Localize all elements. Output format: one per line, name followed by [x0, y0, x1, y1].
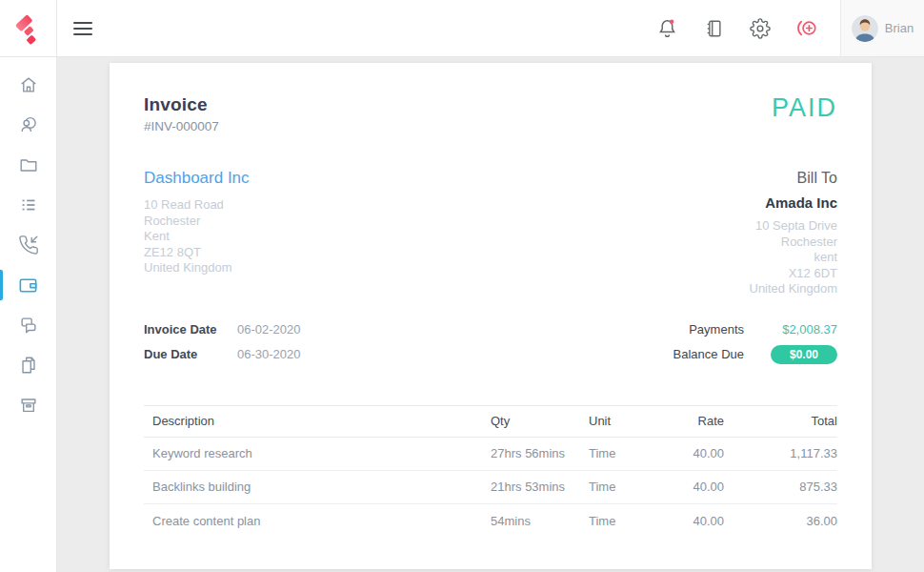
- status-badge: PAID: [772, 93, 837, 122]
- company-address: 10 Read Road Rochester Kent ZE12 8QT Uni…: [144, 197, 250, 276]
- bill-to-label: Bill To: [750, 167, 838, 190]
- balance-due-label: Balance Due: [673, 347, 744, 361]
- notifications-button[interactable]: [651, 12, 683, 45]
- chat-icon: [18, 315, 39, 336]
- main-content: Invoice #INV-000007 PAID Dashboard Inc 1…: [57, 57, 924, 572]
- user-photo-icon: [852, 15, 878, 42]
- col-header-qty: Qty: [491, 414, 589, 428]
- sidebar-item-documents[interactable]: [0, 345, 56, 385]
- home-icon: [18, 74, 39, 95]
- invoice-date-value: 06-02-2020: [237, 322, 301, 337]
- archive-icon: [18, 395, 39, 416]
- address-line: X12 6DT: [750, 266, 838, 282]
- company-block: Dashboard Inc 10 Read Road Rochester Ken…: [144, 167, 250, 297]
- col-header-rate: Rate: [657, 414, 724, 428]
- dates-block: Invoice Date 06-02-2020 Due Date 06-30-2…: [144, 320, 301, 364]
- documents-icon: [18, 355, 39, 376]
- bell-icon: [656, 17, 678, 39]
- sidebar-item-tasks[interactable]: [0, 185, 56, 225]
- cell-unit: Time: [589, 480, 657, 494]
- invoice-card: Invoice #INV-000007 PAID Dashboard Inc 1…: [110, 63, 872, 569]
- list-icon: [18, 194, 39, 215]
- cell-unit: Time: [589, 514, 657, 528]
- sidebar-item-contacts[interactable]: [0, 105, 56, 145]
- bill-to-name: Amada Inc: [750, 194, 838, 213]
- table-row: Create content plan 54mins Time 40.00 36…: [144, 504, 837, 538]
- brand-logo-icon: [8, 8, 48, 48]
- balance-due-badge: $0.00: [771, 345, 837, 364]
- address-line: Rochester: [750, 235, 838, 251]
- cell-total: 36.00: [724, 514, 837, 528]
- app-logo[interactable]: [0, 0, 57, 56]
- sidebar-nav: [0, 57, 57, 572]
- address-line: Rochester: [144, 214, 250, 230]
- cell-qty: 21hrs 53mins: [491, 480, 589, 494]
- sidebar-item-home[interactable]: [0, 65, 56, 105]
- top-bar-main: [57, 0, 840, 56]
- table-row: Keyword research 27hrs 56mins Time 40.00…: [144, 438, 837, 471]
- user-menu[interactable]: Brian: [840, 0, 924, 56]
- line-items-table: Description Qty Unit Rate Total Keyword …: [144, 405, 837, 538]
- address-line: United Kingdom: [144, 260, 250, 276]
- settings-button[interactable]: [744, 12, 776, 45]
- col-header-description: Description: [144, 414, 491, 428]
- wallet-icon: [17, 275, 39, 296]
- quick-add-button[interactable]: [791, 12, 823, 45]
- address-line: kent: [750, 250, 838, 266]
- folder-icon: [18, 154, 39, 175]
- col-header-total: Total: [724, 414, 837, 428]
- bill-to-block: Bill To Amada Inc 10 Septa Drive Rochest…: [750, 167, 838, 297]
- cell-rate: 40.00: [657, 446, 724, 460]
- gear-icon: [750, 18, 771, 39]
- avatar: [852, 15, 878, 42]
- sidebar-item-projects[interactable]: [0, 145, 56, 185]
- address-line: 10 Septa Drive: [750, 218, 838, 235]
- table-row: Backlinks building 21hrs 53mins Time 40.…: [144, 471, 837, 504]
- top-bar-actions: [651, 12, 823, 45]
- cell-total: 875.33: [724, 480, 837, 494]
- cell-description: Create content plan: [144, 514, 491, 528]
- address-line: United Kingdom: [750, 281, 838, 297]
- page-title: Invoice: [144, 93, 219, 116]
- cell-qty: 54mins: [491, 514, 589, 528]
- payments-block: Payments $2,008.37 Balance Due $0.00: [673, 320, 837, 364]
- cell-rate: 40.00: [657, 480, 724, 494]
- sidebar-item-messages[interactable]: [0, 305, 56, 345]
- payments-value[interactable]: $2,008.37: [771, 322, 837, 337]
- cell-rate: 40.00: [657, 514, 724, 528]
- cell-unit: Time: [589, 446, 657, 460]
- contacts-icon: [18, 114, 39, 135]
- cell-total: 1,117.33: [724, 446, 837, 460]
- top-bar: Brian: [0, 0, 924, 57]
- sidebar-item-finance[interactable]: [0, 265, 56, 305]
- menu-toggle-button[interactable]: [66, 11, 100, 46]
- notebook-icon: [703, 18, 724, 39]
- app-window: Brian: [0, 0, 924, 572]
- cell-description: Keyword research: [144, 446, 491, 460]
- invoice-heading: Invoice #INV-000007: [144, 93, 219, 136]
- invoice-date-label: Invoice Date: [144, 322, 237, 337]
- address-line: Kent: [144, 229, 250, 245]
- due-date-label: Due Date: [144, 347, 237, 361]
- payments-label: Payments: [689, 322, 744, 337]
- notebook-button[interactable]: [697, 12, 730, 45]
- notification-badge: [669, 19, 673, 24]
- company-name-link[interactable]: Dashboard Inc: [144, 167, 250, 190]
- phone-incoming-icon: [18, 235, 39, 255]
- col-header-unit: Unit: [589, 414, 657, 428]
- sidebar-item-archive[interactable]: [0, 385, 56, 425]
- address-line: 10 Read Road: [144, 197, 250, 214]
- user-name: Brian: [885, 21, 914, 35]
- sidebar-item-calls[interactable]: [0, 225, 56, 265]
- cell-description: Backlinks building: [144, 480, 491, 494]
- cell-qty: 27hrs 56mins: [491, 446, 589, 460]
- address-line: ZE12 8QT: [144, 245, 250, 261]
- due-date-value: 06-30-2020: [237, 347, 301, 361]
- table-header-row: Description Qty Unit Rate Total: [144, 405, 837, 438]
- quick-add-icon: [795, 17, 819, 39]
- bill-to-address: 10 Septa Drive Rochester kent X12 6DT Un…: [750, 218, 838, 297]
- invoice-number: #INV-000007: [144, 117, 219, 136]
